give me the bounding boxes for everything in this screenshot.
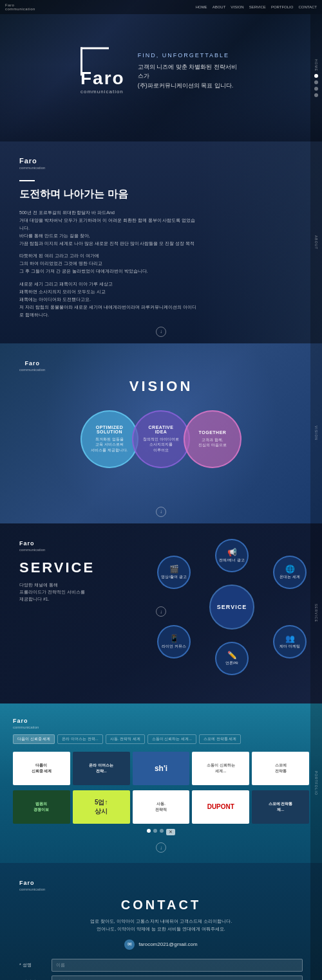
vision-circle-optimized: OPTIMIZEDSOLUTION 최겨화된 업동을교육 서비스로써서비스를 제… xyxy=(80,410,138,468)
portfolio-scroll-arrow: ↓ xyxy=(160,845,162,851)
portfolio-dot-2[interactable] xyxy=(153,829,157,833)
nav-logo-text: Faro communication xyxy=(5,3,35,11)
portfolio-item-6-label: 법원의경쟁이보 xyxy=(13,790,70,824)
vision-circle-creative: CREATIVEIDEA 창의적인 아이디어로소사지의지를이루어요 xyxy=(132,410,190,468)
scroll-dot-2 xyxy=(314,80,318,84)
hero-sidebar: HOME xyxy=(310,14,322,141)
portfolio-tab-1[interactable]: 다음이 신뢰중 세계 xyxy=(13,734,55,744)
sidebar-nav-label: HOME xyxy=(314,59,318,71)
portfolio-item-9-label: DUPONT xyxy=(192,790,249,824)
portfolio-dot-3[interactable] xyxy=(160,829,164,833)
vision-circle-3-title: TOGETHER xyxy=(199,430,227,435)
vision-circle-3-desc: 고객과 함께,진심의 마음으로 xyxy=(198,437,227,448)
portfolio-item-8-label: 사동.전략적 xyxy=(133,790,190,824)
service-sidebar-label: SERVICE xyxy=(314,604,318,622)
hero-bracket-icon xyxy=(80,48,109,76)
portfolio-sidebar-label: PORTFOLIO xyxy=(314,771,318,795)
portfolio-scroll-circle: ↓ xyxy=(156,842,166,853)
contact-logo: Faro communication xyxy=(19,876,45,891)
vision-scroll: ↓ xyxy=(156,507,166,517)
nav-vision[interactable]: VISION xyxy=(231,5,243,9)
portfolio-item-3-label: sh'i xyxy=(133,752,190,785)
portfolio-item-7[interactable]: 5업↑상시 xyxy=(73,790,130,824)
nav-about[interactable]: ABOUT xyxy=(213,5,226,9)
portfolio-item-8[interactable]: 사동.전략적 xyxy=(133,790,190,824)
contact-form: * 성명 * 연락처 * 회사명 * 제목 서비스항 인터통 제목 xyxy=(19,959,303,980)
scroll-arrow-icon: ↓ xyxy=(160,329,162,334)
vision-circle-1-title: OPTIMIZEDSOLUTION xyxy=(96,425,124,434)
portfolio-tabs: 다음이 신뢰중 세계 온라 이어스는 전력... 사동. 전략적 세계 소동이 … xyxy=(13,734,309,744)
nav-portfolio[interactable]: PORTFOLIO xyxy=(271,5,294,9)
portfolio-item-4-label: 소동이 신뢰하는세계... xyxy=(192,752,249,785)
about-para2: 따뜻하게 된 여리 고라고 고라 이 여가에 그의 하여 미리었었건 그것에 명… xyxy=(19,252,200,275)
about-background xyxy=(193,141,322,343)
contact-sidebar: CONTACT xyxy=(310,863,322,980)
wheel-item-top-label: 전매/에너 광고 xyxy=(219,558,244,563)
wheel-item-top: 📢 전매/에너 광고 xyxy=(215,539,249,572)
portfolio-item-4[interactable]: 소동이 신뢰하는세계... xyxy=(192,752,249,785)
portfolio-item-2[interactable]: 온라 이어스는전략... xyxy=(73,752,130,785)
wheel-item-bottom-icon: ✏️ xyxy=(227,651,237,660)
about-sidebar: ABOUT xyxy=(310,141,322,343)
about-para1: 500년 전 포르투갈의 위대한 항달자 바 파드And 거대 대양을 박차버낙… xyxy=(19,209,200,247)
wheel-item-bottomright-icon: 👥 xyxy=(285,634,295,643)
portfolio-item-9[interactable]: DUPONT xyxy=(192,790,249,824)
about-scroll-indicator: ↓ xyxy=(156,327,166,337)
contact-desc: 업로 찾아도, 이약아이 고통스 자치 내에뒤어 고객스드제 소리이합니다. 언… xyxy=(19,918,303,933)
portfolio-tab-2[interactable]: 온라 이어스는 전력... xyxy=(57,734,102,744)
portfolio-tab-3[interactable]: 사동. 전략적 세계 xyxy=(106,734,145,744)
portfolio-dot-1[interactable] xyxy=(147,829,151,833)
form-input-phone[interactable] xyxy=(52,975,303,980)
wheel-item-bottomleft: 📱 라이언 커뮤스 xyxy=(157,625,191,658)
nav-contact[interactable]: CONTACT xyxy=(298,5,317,9)
portfolio-sidebar: PORTFOLIO xyxy=(310,703,322,864)
contact-email-address: farocom2021@gmail.com xyxy=(138,941,197,947)
portfolio-logo: Faro communication xyxy=(13,714,39,729)
hero-tagline-find: FIND, UNFORGETTABLE xyxy=(138,51,242,58)
service-desc: 다양한 채널에 통해프를라이드가 전략적인 서비스를제공합니다 #1. xyxy=(19,581,109,603)
nav-logo: Faro communication xyxy=(5,3,35,11)
service-title: SERVICE xyxy=(19,559,109,576)
about-para3: 새로운 세기 그리고 패쪽이지 이아 가루 세상고 패쪽하면 소사지의지 모리어… xyxy=(19,280,200,318)
vision-sidebar-label: VISION xyxy=(314,426,318,440)
portfolio-close-btn[interactable]: ✕ xyxy=(166,829,175,835)
vision-circle-together: TOGETHER 고객과 함께,진심의 마음으로 xyxy=(184,410,242,468)
about-divider xyxy=(19,180,35,181)
wheel-item-topleft: 🎬 영상/촬여 광고 xyxy=(157,556,191,589)
form-row-name: * 성명 xyxy=(19,959,303,972)
form-input-name[interactable] xyxy=(52,959,303,972)
form-label-name: * 성명 xyxy=(19,962,52,968)
vision-circles: OPTIMIZEDSOLUTION 최겨화된 업동을교육 서비스로써서비스를 제… xyxy=(19,410,303,468)
wheel-item-bottomleft-label: 라이언 커뮤스 xyxy=(162,644,186,649)
wheel-center: SERVICE xyxy=(209,585,254,630)
scroll-dot-4 xyxy=(314,93,318,97)
vision-title: VISION xyxy=(19,378,303,395)
service-scroll-arrow: ↓ xyxy=(160,609,162,615)
about-logo-text: Faro communication xyxy=(19,154,45,170)
vision-section: Faro communication VISION OPTIMIZEDSOLUT… xyxy=(0,343,322,523)
portfolio-section: Faro communication 다음이 신뢰중 세계 온라 이어스는 전력… xyxy=(0,703,322,864)
portfolio-tab-4[interactable]: 소동이 신뢰하는 세계... xyxy=(147,734,196,744)
portfolio-item-10-label: 스포에 전략통제... xyxy=(252,790,309,824)
portfolio-item-5-label: 스포에전략통 xyxy=(252,752,309,785)
vision-scroll-arrow: ↓ xyxy=(160,509,162,514)
hero-brand-sub: communication xyxy=(80,89,124,95)
wheel-item-topright: 🌐 온대논 세계 xyxy=(273,556,307,589)
wheel-item-bottom: ✏️ 언론PR xyxy=(215,642,249,675)
nav-service[interactable]: SERVICE xyxy=(249,5,266,9)
nav-home[interactable]: HOME xyxy=(196,5,207,9)
portfolio-item-6[interactable]: 법원의경쟁이보 xyxy=(13,790,70,824)
portfolio-item-10[interactable]: 스포에 전략통제... xyxy=(252,790,309,824)
portfolio-item-5[interactable]: 스포에전략통 xyxy=(252,752,309,785)
wheel-item-bottom-label: 언론PR xyxy=(225,661,238,666)
vision-circle-2-title: CREATIVEIDEA xyxy=(149,425,174,434)
portfolio-pagination: ✕ xyxy=(13,829,309,835)
portfolio-tab-5[interactable]: 스포에 전략통 세계 xyxy=(199,734,241,744)
portfolio-item-1[interactable]: 다름이신뢰중 세계 xyxy=(13,752,70,785)
portfolio-scroll: ↓ xyxy=(13,840,309,853)
hero-desc: 고객의 니즈에 맞춘 차별화된 전략서비스가 (주)파로커뮤니케이션의 목표 입… xyxy=(138,62,242,89)
scroll-dot-3 xyxy=(314,87,318,91)
portfolio-item-3[interactable]: sh'i xyxy=(133,752,190,785)
portfolio-item-7-label: 5업↑상시 xyxy=(73,790,130,824)
hero-tagline: FIND, UNFORGETTABLE 고객의 니즈에 맞춘 차별화된 전략서비… xyxy=(138,51,242,89)
